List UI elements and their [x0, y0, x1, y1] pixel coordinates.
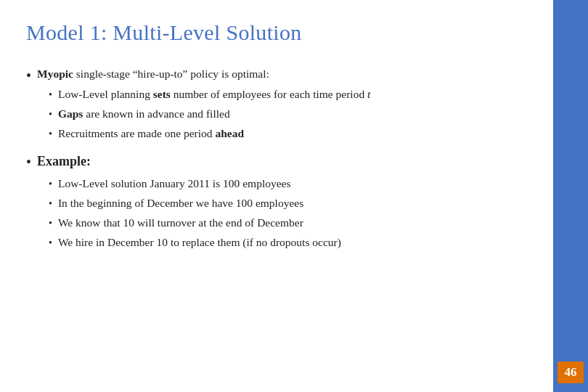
sub-text-1: Low-Level planning sets number of employ… [58, 86, 527, 103]
bullet-myopic-text: Myopic single-stage “hire-up-to” policy … [37, 65, 527, 144]
slide-title: Model 1: Multi-Level Solution [26, 20, 527, 45]
example-sub-list: • Low-Level solution January 2011 is 100… [49, 175, 527, 251]
sub-dot-2: • [49, 107, 52, 123]
ex-text-1: Low-Level solution January 2011 is 100 e… [58, 175, 527, 192]
italic-t: t [367, 88, 370, 100]
ex-bullet-3: • We know that 10 will turnover at the e… [49, 214, 527, 232]
bullet-dot-2: • [26, 151, 31, 173]
myopic-sub-list: • Low-Level planning sets number of empl… [49, 86, 527, 142]
ex-text-4: We hire in December 10 to replace them (… [58, 234, 527, 251]
bold-sets: sets [153, 88, 171, 100]
sub-dot-1: • [49, 87, 52, 103]
ex-text-3: We know that 10 will turnover at the end… [58, 214, 527, 232]
bullet-dot-1: • [26, 65, 31, 87]
sub-text-2: Gaps are known in advance and filled [58, 105, 527, 123]
ex-bullet-4: • We hire in December 10 to replace them… [49, 234, 527, 251]
sub-bullet-3: • Recruitments are made one period ahead [49, 125, 527, 142]
ex-dot-2: • [49, 196, 52, 212]
bold-ahead: ahead [215, 127, 244, 139]
sidebar: 46 [553, 0, 588, 392]
content-area: • Myopic single-stage “hire-up-to” polic… [26, 58, 527, 377]
sub-bullet-1: • Low-Level planning sets number of empl… [49, 86, 527, 103]
bold-gaps: Gaps [58, 107, 83, 120]
ex-text-2: In the beginning of December we have 100… [58, 195, 527, 212]
ex-dot-3: • [49, 216, 52, 232]
myopic-bold: Myopic [37, 68, 73, 80]
ex-bullet-1: • Low-Level solution January 2011 is 100… [49, 175, 527, 192]
ex-bullet-2: • In the beginning of December we have 1… [49, 195, 527, 212]
sub-text-3: Recruitments are made one period ahead [58, 125, 527, 142]
bullet-example-text: Example: • Low-Level solution January 20… [37, 152, 527, 253]
ex-dot-1: • [49, 176, 52, 192]
ex-dot-4: • [49, 235, 52, 251]
slide-main: Model 1: Multi-Level Solution • Myopic s… [0, 0, 553, 392]
sub-bullet-2: • Gaps are known in advance and filled [49, 105, 527, 123]
sub-dot-3: • [49, 126, 52, 142]
example-heading: Example: [37, 154, 91, 168]
bullet-example: • Example: • Low-Level solution January … [26, 152, 527, 253]
slide-number: 46 [558, 362, 584, 383]
bullet-myopic: • Myopic single-stage “hire-up-to” polic… [26, 65, 527, 144]
